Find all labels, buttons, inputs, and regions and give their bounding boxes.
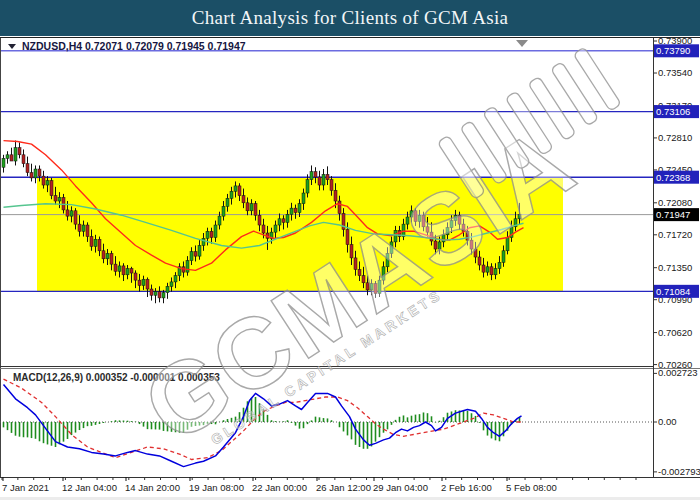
svg-text:0.71947: 0.71947 — [656, 209, 690, 220]
time-tick-label: 2 Feb 16:00 — [441, 482, 492, 493]
title-bar: Chart Analysis for Clients of GCM Asia — [0, 0, 700, 38]
svg-text:0.71084: 0.71084 — [656, 286, 690, 297]
chart-window: Chart Analysis for Clients of GCM Asia 0… — [0, 0, 700, 500]
svg-text:0.73790: 0.73790 — [656, 45, 690, 56]
price-tick-label: 0.72810 — [658, 132, 692, 143]
price-tick-label: 0.71720 — [658, 229, 692, 240]
symbol-ohlc-label: NZDUSD,H4 0.72071 0.72079 0.71945 0.7194… — [22, 40, 246, 52]
price-tick-label: 0.71350 — [658, 262, 692, 273]
page-title: Chart Analysis for Clients of GCM Asia — [192, 7, 508, 29]
svg-text:0.73106: 0.73106 — [656, 106, 690, 117]
price-tick-label: 0.70620 — [658, 327, 692, 338]
macd-scale-label: -0.002793 — [658, 466, 700, 477]
time-tick-label: 22 Jan 00:00 — [252, 482, 307, 493]
time-tick-label: 7 Jan 2021 — [2, 482, 49, 493]
time-tick-label: 5 Feb 08:00 — [506, 482, 557, 493]
price-tick-label: 0.72080 — [658, 197, 692, 208]
svg-text:0.72368: 0.72368 — [656, 172, 690, 183]
trading-chart[interactable]: 0.739000.735400.731700.728100.724500.720… — [0, 36, 700, 500]
time-tick-label: 12 Jan 04:00 — [62, 482, 117, 493]
macd-scale-label: 0.002723 — [658, 367, 698, 378]
time-tick-label: 26 Jan 12:00 — [316, 482, 371, 493]
price-tick-label: 0.73540 — [658, 67, 692, 78]
time-axis[interactable]: 7 Jan 202112 Jan 04:0014 Jan 20:0019 Jan… — [2, 477, 636, 493]
time-tick-label: 19 Jan 08:00 — [189, 482, 244, 493]
macd-scale-label: 0.00 — [658, 416, 677, 427]
time-tick-label: 14 Jan 20:00 — [125, 482, 180, 493]
time-tick-label: 29 Jan 04:00 — [373, 482, 428, 493]
